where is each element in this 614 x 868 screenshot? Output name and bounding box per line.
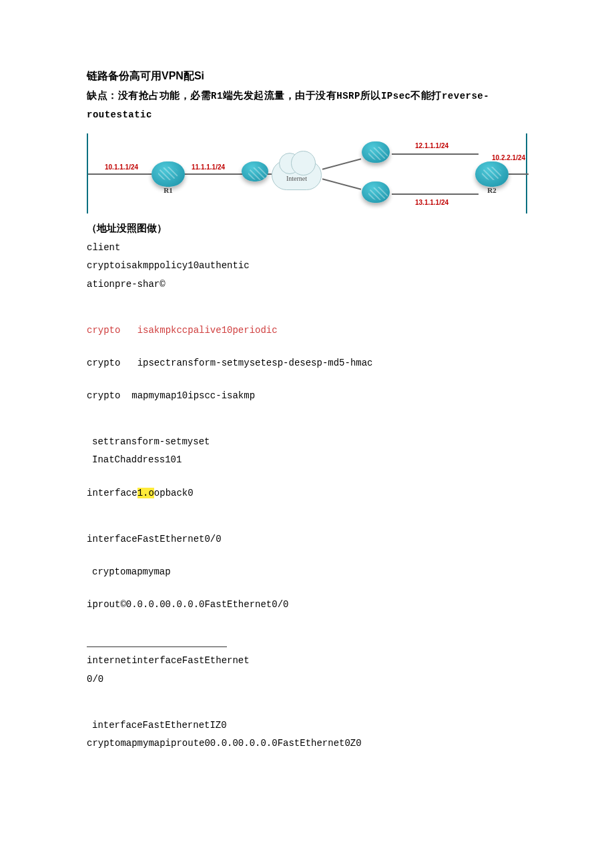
config-text: interface [87, 488, 137, 498]
config-line: crypto ipsectransform-setmysetesp-desesp… [87, 355, 527, 372]
config-line: interfaceFastEthernet0/0 [87, 531, 527, 548]
config-text-highlight: 1.o [137, 488, 154, 498]
config-text: crypto [87, 358, 120, 368]
router-top-icon [362, 141, 390, 163]
config-line: 0/0 [87, 671, 527, 688]
divider [87, 646, 227, 647]
config-text: crypto [87, 390, 120, 401]
router-bottom-icon [362, 181, 390, 203]
subtitle-text: 所以 [360, 89, 381, 101]
subtitle-r1: R1 [211, 91, 223, 101]
wire [509, 173, 529, 175]
config-line-crypto-keepalive: crypto isakmpkccpalive10periodic [87, 322, 527, 339]
config-text: isakmpkccpalive10periodic [137, 325, 278, 336]
network-diagram: R1 Internet R2 10.1.1.1/24 11.1.1.1/24 1… [87, 133, 527, 213]
config-line: internetinterfaceFastEthernet [87, 653, 527, 669]
router-r2-label: R2 [487, 184, 496, 197]
config-text: crypto [87, 325, 120, 336]
address-note: （地址没照图做） [87, 219, 527, 237]
config-line: client [87, 240, 527, 256]
config-line: ationpre-shar© [87, 276, 527, 293]
wire [392, 153, 479, 155]
subtitle-text: 端先发起流量，由于没有 [223, 89, 337, 101]
wire [88, 173, 151, 175]
config-line: cryptoisakmppolicy10authentic [87, 258, 527, 274]
ip-label: 10.2.2.1/24 [492, 152, 525, 164]
internet-cloud-icon: Internet [272, 160, 322, 190]
config-line: cryptomapmymap [87, 564, 527, 580]
config-line: settransform-setmyset [87, 434, 527, 450]
router-r1-label: R1 [164, 184, 172, 197]
wire [392, 193, 479, 195]
config-line: InatChaddress101 [87, 452, 527, 468]
config-line: interfaceFastEthernetIZ0 [87, 717, 527, 734]
config-text: opback0 [154, 488, 194, 498]
router-mid-icon [242, 161, 268, 181]
internet-label: Internet [286, 173, 307, 185]
document-subtitle: 缺点：没有抢占功能，必需R1端先发起流量，由于没有HSRP所以IPsec不能打r… [87, 86, 527, 123]
wire [322, 158, 361, 169]
config-line: iprout©0.0.0.00.0.0.0FastEthernet0/0 [87, 596, 527, 613]
subtitle-ipsec: IPsec [381, 91, 411, 101]
config-line-interface-loopback: interface1.oopback0 [87, 485, 527, 502]
ip-label: 13.1.1.1/24 [415, 197, 448, 209]
config-line: crypto mapmymap10ipscc-isakmp [87, 388, 527, 404]
ip-label: 10.1.1.1/24 [105, 161, 138, 173]
subtitle-hsrp: HSRP [336, 91, 360, 101]
config-line: cryptomapmymapiproute00.0.00.0.0.0FastEt… [87, 735, 527, 752]
ip-label: 11.1.1.1/24 [192, 161, 225, 173]
subtitle-text: 不能打 [410, 89, 442, 101]
document-title: 链路备份高可用VPN配Si [87, 67, 527, 86]
config-text: mapmymap10ipscc-isakmp [131, 390, 255, 401]
router-r1-icon: R1 [151, 161, 185, 187]
config-text: ipsectransform-setmysetesp-desesp-md5-hm… [137, 358, 373, 368]
router-r2-icon: R2 [475, 161, 509, 187]
ip-label: 12.1.1.1/24 [415, 140, 448, 152]
wire [322, 178, 361, 189]
subtitle-text: 缺点：没有抢占功能，必需 [87, 89, 211, 101]
